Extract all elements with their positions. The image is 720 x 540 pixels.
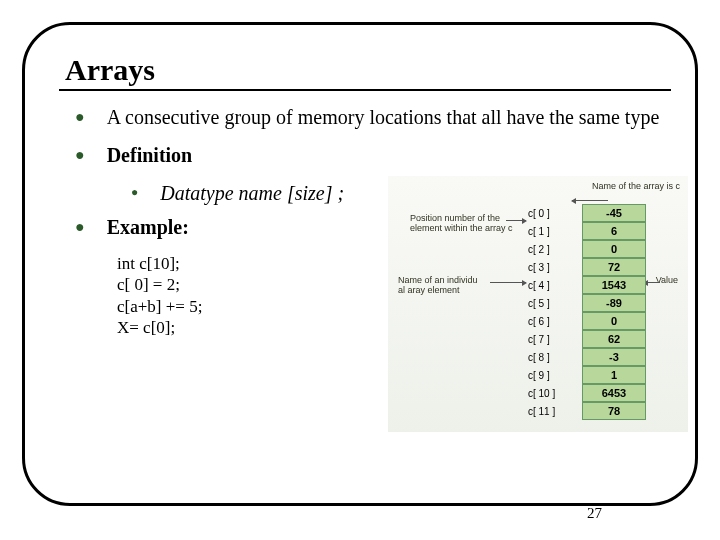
arrow-icon: [644, 282, 660, 283]
table-row: c[ 11 ]78: [528, 402, 646, 420]
caption-element-b: al aray element: [398, 286, 460, 296]
index-label: c[ 5 ]: [528, 298, 582, 309]
table-row: c[ 10 ]6453: [528, 384, 646, 402]
table-row: c[ 9 ]1: [528, 366, 646, 384]
table-row: c[ 0 ]-45: [528, 204, 646, 222]
index-label: c[ 10 ]: [528, 388, 582, 399]
bullet-icon: ●: [75, 105, 85, 129]
array-table: c[ 0 ]-45 c[ 1 ]6 c[ 2 ]0 c[ 3 ]72 c[ 4 …: [528, 204, 646, 420]
table-row: c[ 8 ]-3: [528, 348, 646, 366]
definition-syntax: Datatype name [size] ;: [160, 181, 344, 205]
value-cell: 62: [582, 330, 646, 348]
caption-position-b: element within the array c: [410, 224, 513, 234]
value-cell: -45: [582, 204, 646, 222]
value-cell: -3: [582, 348, 646, 366]
index-label: c[ 1 ]: [528, 226, 582, 237]
arrow-icon: [572, 200, 608, 201]
index-label: c[ 6 ]: [528, 316, 582, 327]
index-label: c[ 11 ]: [528, 406, 582, 417]
table-row: c[ 6 ]0: [528, 312, 646, 330]
slide: Arrays ● A consecutive group of memory l…: [0, 0, 720, 540]
bullet-intro-text: A consecutive group of memory locations …: [107, 105, 660, 129]
value-cell: -89: [582, 294, 646, 312]
index-label: c[ 9 ]: [528, 370, 582, 381]
value-cell: 72: [582, 258, 646, 276]
example-heading: Example:: [107, 216, 189, 238]
table-row: c[ 4 ]1543: [528, 276, 646, 294]
page-title: Arrays: [65, 53, 667, 87]
value-cell: 0: [582, 312, 646, 330]
bullet-icon: ●: [75, 143, 85, 167]
bullet-icon: ●: [75, 215, 85, 239]
arrow-icon: [490, 282, 526, 283]
value-cell: 0: [582, 240, 646, 258]
table-row: c[ 2 ]0: [528, 240, 646, 258]
table-row: c[ 3 ]72: [528, 258, 646, 276]
value-cell: 1: [582, 366, 646, 384]
index-label: c[ 4 ]: [528, 280, 582, 291]
value-cell: 6: [582, 222, 646, 240]
title-underline: [59, 89, 671, 91]
bullet-icon: ●: [131, 181, 138, 203]
table-row: c[ 1 ]6: [528, 222, 646, 240]
page-number: 27: [587, 505, 602, 522]
definition-heading: Definition: [107, 143, 193, 167]
caption-value: Value: [656, 276, 678, 286]
caption-array-name: Name of the array is c: [592, 182, 680, 192]
index-label: c[ 3 ]: [528, 262, 582, 273]
index-label: c[ 8 ]: [528, 352, 582, 363]
index-label: c[ 0 ]: [528, 208, 582, 219]
table-row: c[ 7 ]62: [528, 330, 646, 348]
value-cell: 78: [582, 402, 646, 420]
index-label: c[ 7 ]: [528, 334, 582, 345]
index-label: c[ 2 ]: [528, 244, 582, 255]
bullet-definition: ● Definition: [75, 143, 667, 167]
array-figure: Name of the array is c Position number o…: [388, 176, 688, 432]
value-cell: 1543: [582, 276, 646, 294]
bullet-intro: ● A consecutive group of memory location…: [75, 105, 667, 129]
arrow-icon: [506, 220, 526, 221]
table-row: c[ 5 ]-89: [528, 294, 646, 312]
value-cell: 6453: [582, 384, 646, 402]
